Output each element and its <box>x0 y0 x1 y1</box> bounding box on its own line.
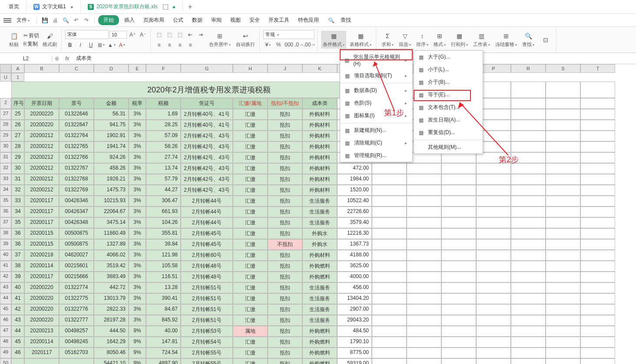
dup-icon: ▦ <box>417 130 424 136</box>
topbottom-icon: ▦ <box>344 73 351 79</box>
menu-dev[interactable]: 开发工具 <box>265 15 293 26</box>
wrap-button[interactable]: ↩ 自动换行 <box>234 31 257 49</box>
find-icon: 🔍 <box>524 32 533 40</box>
font-increase-icon[interactable]: A⁺ <box>128 30 137 39</box>
print-icon[interactable]: 🖨 <box>51 16 60 25</box>
cut-button[interactable]: ✂ 剪切 <box>23 32 39 39</box>
expand-icon[interactable]: ⊕ <box>52 56 62 62</box>
tab-home[interactable]: 首页 <box>2 1 26 13</box>
between-item[interactable]: ▦介于(B)... <box>414 76 483 89</box>
sort-button[interactable]: ↕排序▾ <box>414 31 430 49</box>
greater-than-item[interactable]: ▦大于(G)... <box>414 51 483 63</box>
spreadsheet[interactable]: ABCDEFGHJKLMNOPRSTU12020年2月增值税专用发票进项税额2序… <box>0 64 636 364</box>
border-button[interactable]: ⊞▾ <box>96 40 106 50</box>
underline-button[interactable]: U <box>86 40 96 50</box>
cell-style-icon: ▦ <box>356 32 365 40</box>
close-icon[interactable]: ● <box>70 4 73 10</box>
font-decrease-icon[interactable]: A⁻ <box>138 30 148 39</box>
highlight-rules-item[interactable]: ▦突出显示单元格规则(H)▸ <box>340 51 412 69</box>
font-name-select[interactable]: 宋体 <box>65 30 109 39</box>
tab-doc1[interactable]: W 文字文稿1 ● <box>26 1 81 13</box>
search-label[interactable]: 查找 <box>337 15 354 26</box>
indent-right-icon[interactable]: ⇥ <box>196 30 205 39</box>
fx-icon[interactable]: fx <box>62 56 73 62</box>
paste-button[interactable]: 📋 粘贴 <box>6 31 22 49</box>
sum-button[interactable]: Σ求和▾ <box>380 31 395 49</box>
scissors-icon: ✂ <box>23 33 28 39</box>
italic-button[interactable]: I <box>76 40 85 50</box>
freeze-button[interactable]: ⊞冻结窗格▾ <box>494 31 519 49</box>
menu-review[interactable]: 审阅 <box>208 15 225 26</box>
align-bottom-icon[interactable]: ⬚ <box>175 30 185 39</box>
annotation-step1: 第1步 <box>384 108 404 118</box>
font-size-select[interactable]: 10 <box>109 31 127 39</box>
highlight-rules-submenu: ▦大于(G)... ▦小于(L)... ▦介于(B)... ▦等于(E)... … <box>414 50 483 154</box>
date-occurring-item[interactable]: ▦发生日期(A)... <box>414 114 483 126</box>
align-justify-icon[interactable]: ≡ <box>186 40 195 50</box>
bold-button[interactable]: B <box>65 40 75 50</box>
paste-icon: 📋 <box>10 32 18 40</box>
align-middle-icon[interactable]: ⬚ <box>165 30 174 39</box>
cell-reference-input[interactable]: L2 <box>0 56 52 62</box>
brush-icon: 🖌 <box>46 32 54 40</box>
merge-button[interactable]: ⊞ 合并居中▾ <box>207 31 232 49</box>
equal-to-item[interactable]: ▦等于(E)... <box>414 89 483 101</box>
menu-data[interactable]: 数据 <box>189 15 206 26</box>
save-icon[interactable]: 💾 <box>40 16 49 25</box>
filter-button[interactable]: ▽筛选▾ <box>397 31 413 49</box>
menu-layout[interactable]: 页面布局 <box>140 15 168 26</box>
rowcol-button[interactable]: ▦行和列▾ <box>449 31 470 49</box>
menu-formula[interactable]: 公式 <box>169 15 187 26</box>
more-button[interactable]: ⊡ <box>538 35 553 45</box>
menu-bar: 文件▾ 💾 🖨 🔍 ↶ ↷ 开始 插入 页面布局 公式 数据 审阅 视图 安全 … <box>0 14 636 27</box>
more-rules-item[interactable]: 其他规则(M)... <box>414 141 483 154</box>
preview-icon[interactable]: 🔍 <box>61 16 70 25</box>
data-bars-item[interactable]: ▦数据条(D)▸ <box>340 84 412 97</box>
clear-rules-item[interactable]: ▦清除规则(C)▸ <box>340 137 412 149</box>
sheet-button[interactable]: ▥工作表▾ <box>471 31 492 49</box>
comma-icon[interactable]: 000 <box>284 40 294 49</box>
align-right-icon[interactable]: ≡ <box>175 40 185 50</box>
copy-button[interactable]: ⎘ 复制 <box>23 40 39 48</box>
cell-style-button[interactable]: ▦ 表格样式▾ <box>348 31 373 49</box>
menu-view[interactable]: 视图 <box>227 15 244 26</box>
tab-doc2[interactable]: S 2020年发票抵扣联台账.xls ● <box>81 1 183 13</box>
menu-start[interactable]: 开始 <box>98 15 119 25</box>
cond-fmt-icon: ▦ <box>329 32 338 40</box>
decimal-dec-icon[interactable]: .00→ <box>305 40 315 49</box>
font-color-button[interactable]: A▾ <box>117 40 127 50</box>
menu-special[interactable]: 特色应用 <box>295 15 322 26</box>
format-button[interactable]: ⊞格式▾ <box>432 31 447 49</box>
eq-icon: ▦ <box>417 92 424 98</box>
fill-color-button[interactable]: ▲▾ <box>107 40 116 50</box>
redo-icon[interactable]: ↷ <box>82 16 91 25</box>
format-painter-button[interactable]: 🖌 格式刷 <box>41 31 59 49</box>
menu-insert[interactable]: 插入 <box>121 15 138 26</box>
file-menu[interactable]: 文件▾ <box>13 15 33 26</box>
sigma-icon: Σ <box>383 32 392 40</box>
hamburger-icon[interactable] <box>3 17 11 23</box>
duplicate-values-item[interactable]: ▦重复值(D)... <box>414 126 483 139</box>
find-button[interactable]: 🔍查找▾ <box>520 31 536 49</box>
indent-left-icon[interactable]: ⇤ <box>186 30 195 39</box>
conditional-format-button[interactable]: ▦ 条件格式▾ <box>321 31 346 49</box>
align-top-icon[interactable]: ⬚ <box>154 30 164 39</box>
align-left-icon[interactable]: ≡ <box>154 40 164 50</box>
close-icon[interactable]: ● <box>172 4 176 10</box>
date-icon: ▦ <box>417 117 424 123</box>
search-icon[interactable]: 🔍 <box>327 16 335 25</box>
align-center-icon[interactable]: ≡ <box>165 40 174 50</box>
decimal-inc-icon[interactable]: .0→ <box>295 40 304 49</box>
window-icon[interactable] <box>163 4 168 10</box>
less-than-item[interactable]: ▦小于(L)... <box>414 63 483 76</box>
new-rule-item[interactable]: ▦新建规则(N)... <box>340 124 412 137</box>
percent-icon[interactable]: % <box>274 40 283 49</box>
currency-icon[interactable]: ¥▾ <box>263 40 273 49</box>
number-format-select[interactable]: 常规 ▾ <box>263 30 315 39</box>
manage-rules-item[interactable]: ▦管理规则(R)... <box>340 149 412 162</box>
text-contains-item[interactable]: ▦文本包含(T)... <box>414 101 483 114</box>
new-tab-button[interactable]: + <box>183 3 197 11</box>
undo-icon[interactable]: ↶ <box>72 16 80 25</box>
menu-security[interactable]: 安全 <box>246 15 263 26</box>
top-bottom-rules-item[interactable]: ▦项目选取规则(T)▸ <box>340 69 412 82</box>
